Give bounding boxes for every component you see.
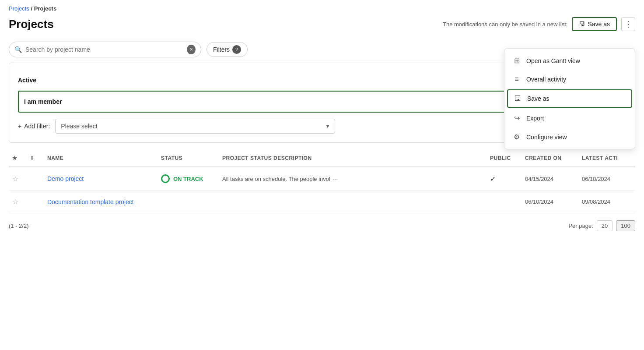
row2-star[interactable]: ☆ — [9, 196, 26, 208]
col-public[interactable]: PUBLIC — [486, 153, 522, 163]
add-filter-label: + Add filter: — [18, 123, 50, 130]
table-row: ☆ Demo project ON TRACK All tasks are on… — [9, 167, 635, 191]
search-box: 🔍 × — [9, 42, 201, 57]
pagination-info: (1 - 2/2) — [9, 223, 29, 229]
public-checkmark-icon: ✓ — [490, 175, 496, 183]
row1-star[interactable]: ☆ — [9, 173, 26, 185]
star-header-icon: ★ — [12, 155, 18, 161]
dropdown-menu: ⊞ Open as Gantt view ≡ Overall activity … — [504, 48, 635, 149]
sort-icon: ⇕ — [30, 155, 35, 161]
status-circle-icon — [161, 174, 170, 183]
dropdown-activity-label: Overall activity — [526, 76, 566, 83]
row2-description — [219, 200, 486, 204]
add-filter-select[interactable]: Please select — [55, 119, 335, 134]
breadcrumb: Projects / Projects — [0, 0, 644, 14]
status-text: ON TRACK — [173, 176, 203, 182]
description-text: All tasks are on schedule. The people in… — [222, 176, 330, 182]
search-clear-button[interactable]: × — [187, 45, 196, 54]
row2-status — [158, 200, 219, 204]
dropdown-save-as-label: Save as — [527, 95, 550, 102]
row1-latest: 06/18/2024 — [578, 174, 635, 184]
project-link[interactable]: Documentation template project — [47, 198, 134, 205]
modification-notice: The modifications can only be saved in a… — [443, 21, 567, 28]
row2-public — [486, 200, 522, 204]
activity-icon: ≡ — [512, 75, 521, 83]
save-as-button[interactable]: 🖫 Save as — [572, 17, 617, 31]
breadcrumb-separator: / — [31, 5, 34, 12]
table-container: ★ ⇕ NAME STATUS PROJECT STATUS DESCRIPTI… — [9, 150, 635, 213]
project-link[interactable]: Demo project — [47, 175, 84, 182]
breadcrumb-current: Projects — [34, 5, 56, 12]
col-description[interactable]: PROJECT STATUS DESCRIPTION — [219, 153, 486, 163]
breadcrumb-parent-link[interactable]: Projects — [9, 5, 29, 12]
dropdown-export-label: Export — [526, 115, 544, 122]
row1-description: All tasks are on schedule. The people in… — [219, 174, 486, 184]
per-page: Per page: 20 100 — [568, 220, 635, 231]
star-icon: ☆ — [12, 198, 18, 205]
configure-icon: ⚙ — [512, 133, 521, 141]
per-page-label: Per page: — [568, 223, 593, 229]
row2-name[interactable]: Documentation template project — [44, 197, 158, 207]
filters-label: Filters — [213, 46, 230, 53]
page-header: Projects The modifications can only be s… — [0, 14, 644, 38]
col-star: ★ — [9, 153, 26, 163]
row1-status: ON TRACK — [158, 173, 219, 185]
col-status[interactable]: STATUS — [158, 153, 219, 163]
page-title: Projects — [9, 18, 54, 31]
filters-button[interactable]: Filters 2 — [206, 42, 248, 57]
dropdown-gantt-label: Open as Gantt view — [526, 57, 580, 64]
per-page-20[interactable]: 20 — [597, 220, 612, 231]
dropdown-item-configure[interactable]: ⚙ Configure view — [504, 127, 635, 146]
gantt-icon: ⊞ — [512, 57, 521, 65]
row2-sort — [26, 200, 44, 204]
per-page-100[interactable]: 100 — [616, 220, 635, 231]
dropdown-item-save-as[interactable]: 🖫 Save as — [507, 89, 632, 108]
table-header: ★ ⇕ NAME STATUS PROJECT STATUS DESCRIPTI… — [9, 150, 635, 167]
col-latest[interactable]: LATEST ACTI — [578, 153, 635, 163]
add-filter-text: Add filter: — [24, 123, 50, 130]
table-footer: (1 - 2/2) Per page: 20 100 — [0, 213, 644, 238]
row1-public: ✓ — [486, 173, 522, 185]
row2-created: 06/10/2024 — [522, 197, 578, 207]
row2-latest: 09/08/2024 — [578, 197, 635, 207]
star-icon: ☆ — [12, 175, 18, 183]
add-icon: + — [18, 123, 21, 130]
dropdown-item-gantt[interactable]: ⊞ Open as Gantt view — [504, 51, 635, 70]
description-more-button[interactable]: ··· — [333, 176, 338, 182]
table-row: ☆ Documentation template project 06/10/2… — [9, 191, 635, 213]
search-input[interactable] — [25, 46, 187, 53]
save-as-label: Save as — [588, 21, 610, 28]
export-icon: ↪ — [512, 114, 521, 122]
filter-member-label: I am member — [24, 98, 103, 105]
add-filter-select-wrapper: Please select — [55, 119, 335, 134]
save-as-icon: 🖫 — [513, 95, 522, 103]
filter-active-label: Active — [18, 77, 97, 84]
search-icon: 🔍 — [14, 46, 22, 53]
col-created[interactable]: CREATED ON — [522, 153, 578, 163]
row1-sort — [26, 177, 44, 180]
header-right: The modifications can only be saved in a… — [443, 17, 635, 31]
filter-badge: 2 — [232, 45, 241, 54]
save-icon: 🖫 — [579, 21, 585, 28]
col-name[interactable]: NAME — [44, 153, 158, 163]
more-options-button[interactable]: ⋮ — [621, 17, 635, 31]
row1-created: 04/15/2024 — [522, 174, 578, 184]
dropdown-item-activity[interactable]: ≡ Overall activity — [504, 70, 635, 88]
col-sort[interactable]: ⇕ — [26, 153, 44, 163]
dropdown-configure-label: Configure view — [526, 134, 567, 141]
dropdown-item-export[interactable]: ↪ Export — [504, 109, 635, 127]
row1-name[interactable]: Demo project — [44, 173, 158, 184]
